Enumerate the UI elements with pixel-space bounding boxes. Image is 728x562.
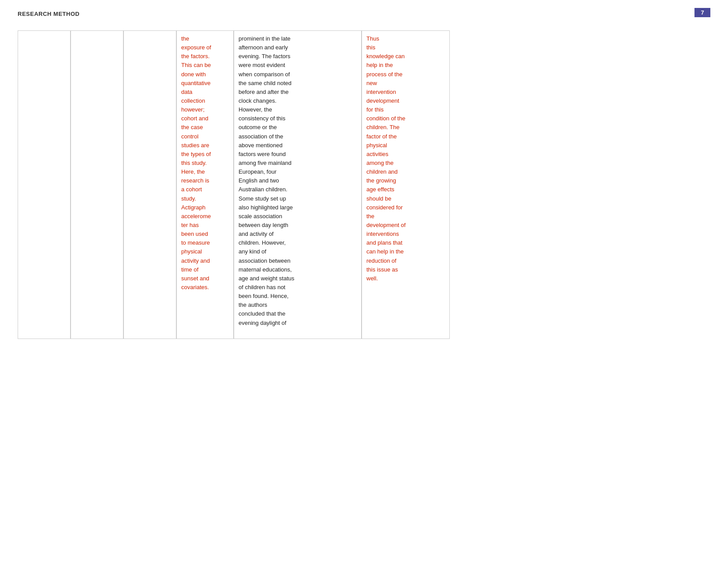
mixed-text-line: new — [366, 79, 445, 88]
black-text-line: outcome or the — [239, 123, 357, 132]
red-text-line: Actigraph — [181, 203, 229, 212]
black-text-line: of children has not — [239, 283, 357, 292]
red-text-line: physical — [181, 247, 229, 256]
mixed-text-line: can help in the — [366, 247, 445, 256]
mixed-text-line: the growing — [366, 176, 445, 185]
red-text-line: quantitative — [181, 79, 229, 88]
mixed-text-line: well. — [366, 274, 445, 283]
black-text-line: between day length — [239, 221, 357, 230]
mixed-text-line: considered for — [366, 203, 445, 212]
page-number: 7 — [694, 8, 710, 17]
mixed-text-line: development of — [366, 221, 445, 230]
black-text-line: factors were found — [239, 150, 357, 159]
black-text-line: Some study set up — [239, 194, 357, 203]
black-text-line: among five mainland — [239, 159, 357, 167]
mixed-text-line: interventions — [366, 230, 445, 238]
red-text-line: studies are — [181, 141, 229, 150]
black-text-line: association of the — [239, 132, 357, 141]
text-column-black: prominent in the lateafternoon and early… — [234, 30, 362, 339]
mixed-text-line: development — [366, 97, 445, 105]
blank-col-1 — [18, 30, 71, 339]
red-text-line: sunset and — [181, 274, 229, 283]
black-text-line: Australian children. — [239, 185, 357, 194]
mixed-text-line: should be — [366, 194, 445, 203]
black-text-line: maternal educations, — [239, 265, 357, 274]
red-text-line: exposure of — [181, 43, 229, 52]
mixed-text-line: help in the — [366, 61, 445, 70]
mixed-text-line: children. The — [366, 123, 445, 132]
mixed-text-line: factor of the — [366, 132, 445, 141]
black-text-line: English and two — [239, 176, 357, 185]
red-text-line: time of — [181, 265, 229, 274]
red-text-line: covariates. — [181, 283, 229, 292]
red-text-line: been used — [181, 230, 229, 238]
black-text-line: also highlighted large — [239, 203, 357, 212]
red-text-line: collection — [181, 97, 229, 105]
mixed-text-line: the — [366, 212, 445, 221]
red-text-line: a cohort — [181, 185, 229, 194]
mixed-text-line: and plans that — [366, 238, 445, 247]
blank-col-3 — [123, 30, 176, 339]
page-section-label: RESEARCH METHOD — [18, 11, 79, 17]
black-text-line: However, the — [239, 105, 357, 114]
mixed-text-line: for this — [366, 105, 445, 114]
black-text-line: above mentioned — [239, 141, 357, 150]
text-column-red: theexposure ofthe factors.This can bedon… — [176, 30, 234, 339]
mixed-text-line: activities — [366, 150, 445, 159]
black-text-line: concluded that the — [239, 309, 357, 318]
black-text-line: evening. The factors — [239, 52, 357, 61]
mixed-text-line: knowledge can — [366, 52, 445, 61]
red-text-line: This can be — [181, 61, 229, 70]
black-text-line: age and weight status — [239, 274, 357, 283]
red-text-line: accelerome — [181, 212, 229, 221]
red-text-line: data — [181, 88, 229, 97]
mixed-text-line: intervention — [366, 88, 445, 97]
black-text-line: European, four — [239, 167, 357, 176]
red-text-line: control — [181, 132, 229, 141]
black-text-line: were most evident — [239, 61, 357, 70]
mixed-text-line: age effects — [366, 185, 445, 194]
black-text-line: evening daylight of — [239, 319, 357, 328]
mixed-text-line: reduction of — [366, 257, 445, 265]
red-text-line: cohort and — [181, 114, 229, 123]
black-text-line: the same child noted — [239, 79, 357, 88]
black-text-line: prominent in the late — [239, 34, 357, 43]
black-text-line: scale association — [239, 212, 357, 221]
red-text-line: to measure — [181, 238, 229, 247]
mixed-text-line: this — [366, 43, 445, 52]
black-text-line: consistency of this — [239, 114, 357, 123]
red-text-line: Here, the — [181, 167, 229, 176]
black-text-line: when comparison of — [239, 70, 357, 79]
mixed-text-line: physical — [366, 141, 445, 150]
mixed-text-line: among the — [366, 159, 445, 167]
blank-columns — [18, 30, 176, 339]
mixed-text-line: this issue as — [366, 265, 445, 274]
black-text-line: afternoon and early — [239, 43, 357, 52]
black-text-line: association between — [239, 257, 357, 265]
black-text-line: clock changes. — [239, 97, 357, 105]
content-area: theexposure ofthe factors.This can bedon… — [0, 17, 728, 348]
black-text-line: before and after the — [239, 88, 357, 97]
red-text-line: done with — [181, 70, 229, 79]
red-text-line: the types of — [181, 150, 229, 159]
black-text-line: been found. Hence, — [239, 292, 357, 301]
mixed-text-line: process of the — [366, 70, 445, 79]
text-column-mixed: Thusthisknowledge canhelp in theprocess … — [362, 30, 450, 339]
red-text-line: the case — [181, 123, 229, 132]
red-text-line: this study. — [181, 159, 229, 167]
black-text-line: and activity of — [239, 230, 357, 238]
black-text-line: children. However, — [239, 238, 357, 247]
mixed-text-line: Thus — [366, 34, 445, 43]
red-text-line: ter has — [181, 221, 229, 230]
mixed-text-line: condition of the — [366, 114, 445, 123]
red-text-line: however; — [181, 105, 229, 114]
red-text-line: the factors. — [181, 52, 229, 61]
red-text-line: research is — [181, 176, 229, 185]
red-text-line: study. — [181, 194, 229, 203]
red-text-line: the — [181, 34, 229, 43]
red-text-line: activity and — [181, 257, 229, 265]
blank-col-2 — [71, 30, 123, 339]
mixed-text-line: children and — [366, 167, 445, 176]
black-text-line: the authors — [239, 301, 357, 309]
black-text-line: any kind of — [239, 247, 357, 256]
